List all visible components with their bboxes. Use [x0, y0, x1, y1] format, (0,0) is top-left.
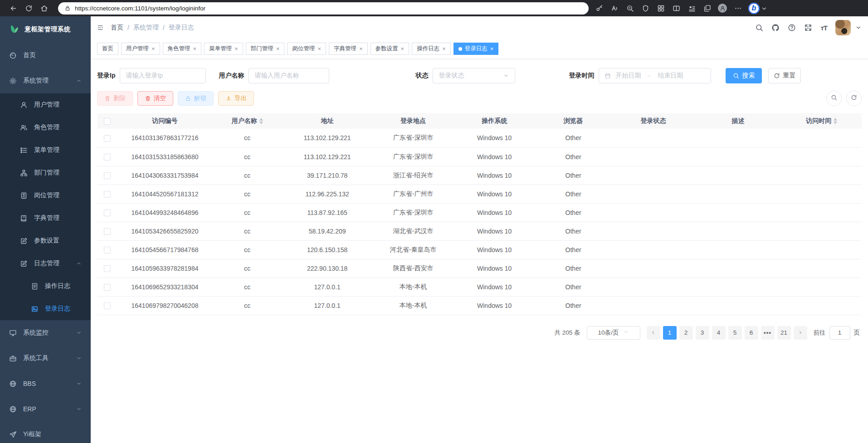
home-icon[interactable]	[36, 2, 52, 15]
app-logo[interactable]: 意框架管理系统	[0, 16, 91, 43]
search-button[interactable]: 搜索	[726, 68, 762, 83]
page-button-4[interactable]: 4	[712, 326, 726, 340]
sidebar-item-erp[interactable]: ERP	[0, 396, 91, 422]
status-select[interactable]: 登录状态	[433, 68, 515, 83]
chevron-down-icon[interactable]	[761, 5, 767, 14]
font-size-icon[interactable]: тT	[820, 24, 827, 32]
sidebar-item-role-mgmt[interactable]: 角色管理	[0, 116, 91, 139]
row-checkbox[interactable]	[104, 135, 111, 142]
sidebar-item-login-log[interactable]: 登录日志	[0, 297, 91, 320]
unlock-button[interactable]: 解锁	[178, 91, 214, 106]
zoom-out-icon[interactable]	[622, 2, 638, 15]
column-header-访问时间[interactable]: 访问时间	[781, 113, 862, 129]
sidebar-item-post-mgmt[interactable]: 岗位管理	[0, 184, 91, 207]
user-avatar[interactable]	[835, 20, 851, 35]
sidebar-item-system-tools[interactable]: 系统工具	[0, 346, 91, 371]
address-bar[interactable]: https://ccnetcore.com:1101/system/log/lo…	[58, 2, 589, 15]
row-checkbox[interactable]	[104, 228, 111, 235]
page-button-6[interactable]: 6	[745, 326, 758, 340]
help-icon[interactable]	[788, 24, 796, 32]
username-input[interactable]: 请输入用户名称	[249, 68, 329, 83]
row-checkbox[interactable]	[104, 247, 111, 253]
close-icon[interactable]: ×	[359, 46, 363, 52]
sidebar-item-yi-framework[interactable]: Yi框架	[0, 422, 91, 443]
close-icon[interactable]: ×	[193, 46, 197, 52]
close-icon[interactable]: ×	[401, 46, 405, 52]
menu-fold-icon[interactable]	[97, 24, 103, 31]
sidebar-item-system-monitor[interactable]: 系统监控	[0, 320, 91, 346]
tab-菜单管理[interactable]: 菜单管理×	[204, 43, 243, 55]
collections-icon[interactable]	[699, 2, 715, 15]
close-icon[interactable]: ×	[276, 46, 280, 52]
refresh-icon[interactable]	[21, 2, 36, 15]
export-button[interactable]: 导出	[218, 91, 254, 106]
sidebar-item-log-mgmt[interactable]: 日志管理	[0, 252, 91, 275]
chevron-down-icon[interactable]	[855, 24, 862, 31]
bing-icon[interactable]: b	[748, 3, 760, 14]
sidebar-item-system-mgmt[interactable]: 系统管理	[0, 68, 91, 93]
hide-search-button[interactable]	[826, 91, 842, 106]
favorites-icon[interactable]	[684, 2, 699, 15]
row-checkbox[interactable]	[104, 172, 111, 179]
github-icon[interactable]	[771, 24, 780, 32]
page-button-21[interactable]: 21	[777, 326, 791, 340]
page-button-3[interactable]: 3	[696, 326, 709, 340]
page-button-1[interactable]: 1	[663, 326, 677, 340]
shield-icon[interactable]	[638, 2, 653, 15]
row-checkbox[interactable]	[104, 284, 111, 291]
fullscreen-icon[interactable]	[804, 24, 812, 32]
date-range-picker[interactable]: 开始日期 - 结束日期	[599, 68, 711, 83]
page-button-5[interactable]: 5	[728, 326, 742, 340]
sidebar-item-home[interactable]: 首页	[0, 43, 91, 68]
sidebar-item-menu-mgmt[interactable]: 菜单管理	[0, 139, 91, 161]
close-icon[interactable]: ×	[151, 46, 155, 52]
sort-caret-icon[interactable]	[259, 118, 263, 124]
key-icon[interactable]	[591, 2, 607, 15]
column-header-用户名称[interactable]: 用户名称	[212, 113, 283, 129]
page-button-2[interactable]: 2	[679, 326, 693, 340]
page-size-select[interactable]: 10条/页	[587, 326, 640, 340]
prev-page-button[interactable]	[647, 326, 660, 340]
close-icon[interactable]: ×	[234, 46, 238, 52]
ip-input[interactable]: 请输入登录Ip	[120, 68, 206, 83]
more-pages[interactable]: •••	[761, 326, 775, 340]
delete-button[interactable]: 删除	[97, 91, 133, 106]
refresh-table-button[interactable]	[846, 91, 862, 106]
sidebar-item-dict-mgmt[interactable]: 字典管理	[0, 207, 91, 229]
close-icon[interactable]: ×	[317, 46, 321, 52]
split-screen-icon[interactable]	[668, 2, 684, 15]
more-icon[interactable]	[730, 2, 746, 15]
reset-button[interactable]: 重置	[768, 68, 801, 83]
tab-岗位管理[interactable]: 岗位管理×	[287, 43, 326, 55]
row-checkbox[interactable]	[104, 154, 111, 161]
read-aloud-icon[interactable]	[607, 2, 622, 15]
sidebar-item-user-mgmt[interactable]: 用户管理	[0, 93, 91, 116]
tab-操作日志[interactable]: 操作日志×	[412, 43, 451, 55]
tab-字典管理[interactable]: 字典管理×	[329, 43, 368, 55]
row-checkbox[interactable]	[104, 265, 111, 272]
puzzle-icon[interactable]	[653, 2, 668, 15]
row-checkbox[interactable]	[104, 302, 111, 309]
sidebar-item-op-log[interactable]: 操作日志	[0, 275, 91, 297]
back-icon[interactable]	[5, 2, 21, 15]
sidebar-item-dept-mgmt[interactable]: 部门管理	[0, 161, 91, 184]
sidebar-item-param-settings[interactable]: 参数设置	[0, 229, 91, 252]
tab-角色管理[interactable]: 角色管理×	[163, 43, 202, 55]
tab-首页[interactable]: 首页	[97, 43, 118, 55]
sort-caret-icon[interactable]	[834, 118, 837, 124]
row-checkbox[interactable]	[104, 209, 111, 216]
select-all-checkbox[interactable]	[104, 118, 111, 125]
breadcrumb-item[interactable]: 首页	[111, 24, 123, 32]
search-icon[interactable]	[755, 24, 763, 32]
tab-参数设置[interactable]: 参数设置×	[371, 43, 410, 55]
next-page-button[interactable]	[794, 326, 807, 340]
close-icon[interactable]: ×	[442, 46, 446, 52]
tab-登录日志[interactable]: 登录日志×	[454, 43, 499, 55]
close-icon[interactable]: ×	[490, 46, 494, 52]
row-checkbox[interactable]	[104, 191, 111, 198]
tab-用户管理[interactable]: 用户管理×	[121, 43, 160, 55]
tab-部门管理[interactable]: 部门管理×	[246, 43, 285, 55]
sidebar-item-bbs[interactable]: BBS	[0, 371, 91, 396]
profile-icon[interactable]	[715, 2, 730, 15]
goto-input[interactable]: 1	[829, 326, 850, 340]
